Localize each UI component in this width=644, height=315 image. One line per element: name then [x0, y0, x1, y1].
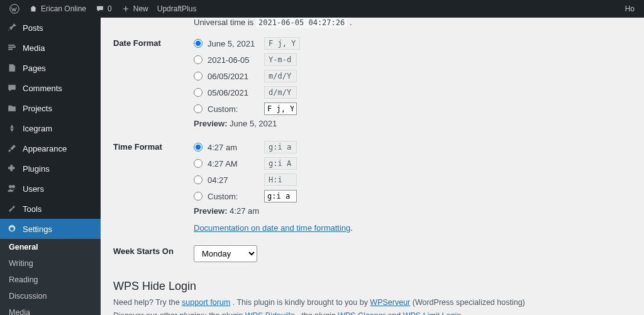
- wps-heading: WPS Hide Login: [113, 280, 631, 293]
- site-name: Erican Online: [41, 4, 86, 13]
- comments-link[interactable]: 0: [91, 0, 116, 18]
- sidebar-item-label: Projects: [23, 104, 52, 113]
- wpserveur-link[interactable]: WPServeur: [370, 298, 410, 307]
- admin-bar: Erican Online 0 New UpdraftPlus Ho: [0, 0, 644, 18]
- format-code: H:i: [264, 174, 297, 186]
- format-option: 2021-06-05Y-m-d: [194, 53, 631, 66]
- format-option: June 5, 2021F j, Y: [194, 37, 631, 50]
- format-code: d/m/Y: [264, 86, 297, 99]
- sidebar-item-label: Tools: [23, 204, 42, 214]
- universal-time-row: Universal time is 2021-06-05 04:27:26 .: [113, 18, 631, 31]
- format-option: 4:27 amg:i a: [194, 141, 631, 153]
- sidebar-item-label: Appearance: [23, 144, 67, 153]
- wps-bidouille-link[interactable]: WPS Bidouille: [245, 311, 295, 315]
- sidebar-item-label: Pages: [23, 64, 46, 73]
- submenu-item-discussion[interactable]: Discussion: [0, 288, 101, 304]
- howdy-link[interactable]: Ho: [621, 0, 639, 18]
- updraftplus-link[interactable]: UpdraftPlus: [153, 0, 201, 18]
- format-option: 06/05/2021m/d/Y: [194, 70, 631, 82]
- time-format-row: Time Format 4:27 amg:i a4:27 AMg:i A04:2…: [113, 135, 631, 239]
- brush-icon: [6, 143, 18, 154]
- updraft-label: UpdraftPlus: [157, 4, 197, 13]
- plugin-icon: [6, 163, 18, 174]
- new-content-link[interactable]: New: [116, 0, 153, 18]
- format-option-custom: Custom:: [194, 190, 631, 202]
- media-icon: [6, 42, 18, 53]
- submenu-item-writing[interactable]: Writing: [0, 255, 101, 272]
- format-radio[interactable]: [194, 72, 203, 80]
- sidebar-item-icegram[interactable]: Icegram: [0, 118, 101, 138]
- sidebar-item-label: Posts: [23, 23, 43, 33]
- main-content: Universal time is 2021-06-05 04:27:26 . …: [101, 18, 644, 315]
- custom-format-input[interactable]: [264, 102, 297, 115]
- custom-label: Custom:: [208, 192, 259, 201]
- format-code: Y-m-d: [264, 53, 297, 66]
- pin-icon: [6, 22, 18, 33]
- format-code: g:i A: [264, 157, 297, 170]
- comments-count: 0: [108, 4, 112, 13]
- sidebar-item-comments[interactable]: Comments: [0, 78, 101, 98]
- format-radio[interactable]: [194, 39, 203, 48]
- sidebar-item-label: Settings: [23, 224, 52, 234]
- format-doc-line: Documentation on date and time formattin…: [194, 223, 631, 233]
- utime-suffix: .: [350, 18, 352, 27]
- sidebar-item-plugins[interactable]: Plugins: [0, 158, 101, 179]
- howdy-text: Ho: [625, 4, 635, 13]
- format-display: 05/06/2021: [208, 88, 259, 97]
- wps-help-line-2: Discover our other plugins: the plugin W…: [113, 310, 631, 315]
- format-radio[interactable]: [194, 143, 203, 152]
- format-display: 4:27 am: [208, 143, 259, 152]
- sidebar-item-settings[interactable]: Settings: [0, 219, 101, 239]
- sidebar-item-appearance[interactable]: Appearance: [0, 138, 101, 158]
- format-radio-custom[interactable]: [194, 192, 203, 201]
- wps-help-line-1: Need help? Try the support forum . This …: [113, 297, 631, 309]
- sidebar-item-pages[interactable]: Pages: [0, 58, 101, 78]
- support-forum-link[interactable]: support forum: [182, 298, 230, 307]
- submenu-item-media[interactable]: Media: [0, 304, 101, 315]
- projects-icon: [6, 102, 18, 114]
- sidebar-item-posts[interactable]: Posts: [0, 18, 101, 38]
- settings-icon: [6, 223, 18, 235]
- submenu-item-reading[interactable]: Reading: [0, 272, 101, 288]
- sidebar-item-tools[interactable]: Tools: [0, 199, 101, 219]
- sidebar-item-users[interactable]: Users: [0, 179, 101, 199]
- site-home-link[interactable]: Erican Online: [24, 0, 91, 18]
- sidebar-item-label: Media: [23, 43, 45, 53]
- custom-format-input[interactable]: [264, 190, 297, 202]
- format-preview: Preview: 4:27 am: [194, 206, 631, 216]
- format-radio[interactable]: [194, 159, 203, 168]
- format-radio[interactable]: [194, 175, 203, 184]
- sidebar-item-label: Plugins: [23, 164, 50, 174]
- format-option: 04:27H:i: [194, 174, 631, 186]
- wps-limit-login-link[interactable]: WPS Limit Login: [403, 311, 461, 315]
- sidebar-item-label: Users: [23, 184, 44, 194]
- datetime-doc-link[interactable]: Documentation on date and time formattin…: [194, 223, 350, 233]
- utime-value: 2021-06-05 04:27:26: [256, 18, 347, 28]
- wps-cleaner-link[interactable]: WPS Cleaner: [338, 311, 386, 315]
- format-display: 2021-06-05: [208, 55, 259, 65]
- format-code: m/d/Y: [264, 70, 297, 82]
- format-radio[interactable]: [194, 55, 203, 64]
- svg-point-0: [10, 4, 19, 13]
- format-option-custom: Custom:: [194, 102, 631, 115]
- pages-icon: [6, 62, 18, 74]
- format-radio-custom[interactable]: [194, 104, 203, 113]
- sidebar-item-media[interactable]: Media: [0, 38, 101, 58]
- home-icon: [28, 4, 38, 14]
- sidebar-item-projects[interactable]: Projects: [0, 98, 101, 118]
- date-format-label: Date Format: [113, 37, 194, 48]
- users-icon: [6, 183, 18, 194]
- icegram-icon: [6, 123, 18, 134]
- comment-icon: [95, 4, 105, 14]
- wp-logo[interactable]: [5, 0, 24, 18]
- week-starts-label: Week Starts On: [113, 245, 194, 256]
- format-radio[interactable]: [194, 88, 203, 97]
- format-display: 4:27 AM: [208, 159, 259, 169]
- date-format-row: Date Format June 5, 2021F j, Y2021-06-05…: [113, 31, 631, 135]
- plus-icon: [121, 4, 131, 14]
- format-display: June 5, 2021: [208, 39, 259, 48]
- settings-submenu: GeneralWritingReadingDiscussionMediaPerm…: [0, 239, 101, 315]
- week-starts-select[interactable]: Monday: [194, 245, 257, 262]
- sidebar-item-label: Comments: [23, 84, 62, 93]
- submenu-item-general[interactable]: General: [0, 239, 101, 255]
